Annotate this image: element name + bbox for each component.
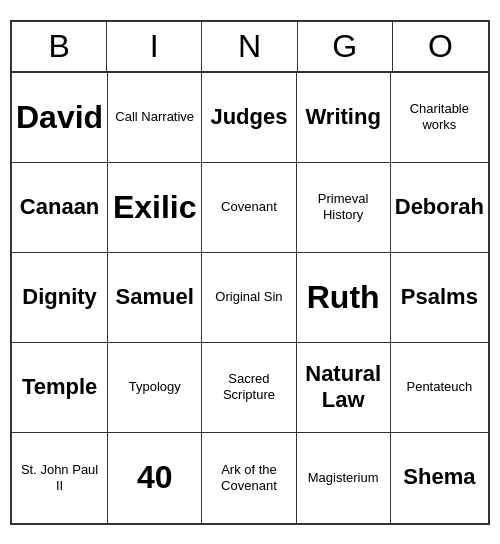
bingo-cell: Samuel bbox=[108, 253, 202, 343]
bingo-cell: Dignity bbox=[12, 253, 108, 343]
header-letter: N bbox=[202, 22, 297, 71]
bingo-cell: Typology bbox=[108, 343, 202, 433]
bingo-cell: Pentateuch bbox=[391, 343, 488, 433]
bingo-cell: Deborah bbox=[391, 163, 488, 253]
bingo-cell: David bbox=[12, 73, 108, 163]
bingo-header: BINGO bbox=[12, 22, 488, 73]
bingo-cell: Natural Law bbox=[297, 343, 391, 433]
bingo-cell: Covenant bbox=[202, 163, 296, 253]
bingo-cell: 40 bbox=[108, 433, 202, 523]
bingo-cell: Ruth bbox=[297, 253, 391, 343]
bingo-cell: Ark of the Covenant bbox=[202, 433, 296, 523]
header-letter: B bbox=[12, 22, 107, 71]
bingo-cell: Temple bbox=[12, 343, 108, 433]
bingo-cell: Original Sin bbox=[202, 253, 296, 343]
header-letter: I bbox=[107, 22, 202, 71]
bingo-cell: Sacred Scripture bbox=[202, 343, 296, 433]
bingo-cell: Magisterium bbox=[297, 433, 391, 523]
bingo-cell: Canaan bbox=[12, 163, 108, 253]
bingo-cell: Charitable works bbox=[391, 73, 488, 163]
bingo-grid: DavidCall NarrativeJudgesWritingCharitab… bbox=[12, 73, 488, 523]
bingo-cell: Judges bbox=[202, 73, 296, 163]
bingo-cell: Exilic bbox=[108, 163, 202, 253]
header-letter: G bbox=[298, 22, 393, 71]
bingo-cell: Primeval History bbox=[297, 163, 391, 253]
bingo-cell: St. John Paul II bbox=[12, 433, 108, 523]
bingo-cell: Writing bbox=[297, 73, 391, 163]
header-letter: O bbox=[393, 22, 488, 71]
bingo-card: BINGO DavidCall NarrativeJudgesWritingCh… bbox=[10, 20, 490, 525]
bingo-cell: Shema bbox=[391, 433, 488, 523]
bingo-cell: Psalms bbox=[391, 253, 488, 343]
bingo-cell: Call Narrative bbox=[108, 73, 202, 163]
